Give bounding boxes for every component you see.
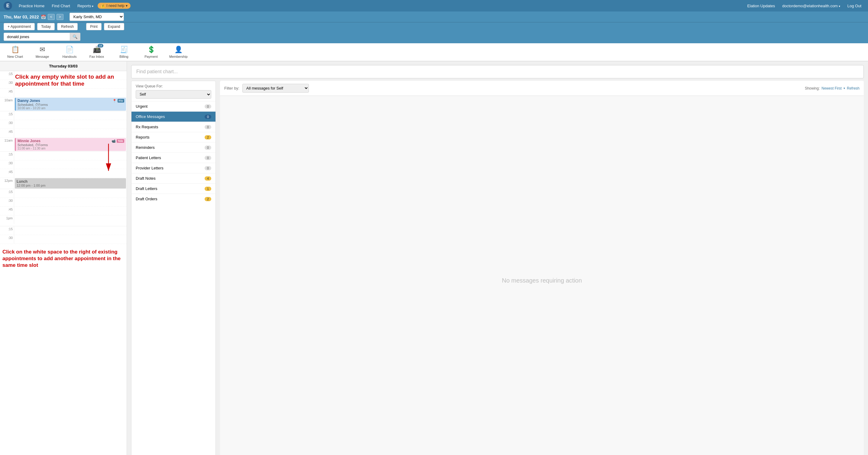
main-layout: Thursday 03/03 Click any empty white slo… <box>0 61 868 455</box>
queue-count-draft-orders: 2 <box>205 197 211 201</box>
queue-item-draft-orders[interactable]: Draft Orders 2 <box>131 194 216 204</box>
view-queue-label: View Queue For: <box>131 81 216 90</box>
nav-find-chart[interactable]: Find Chart <box>49 2 73 9</box>
prev-date-button[interactable]: < <box>48 14 55 20</box>
time-slot-1030[interactable]: :30 <box>0 120 127 129</box>
handouts-btn[interactable]: 📄 Handouts <box>60 46 79 58</box>
new-chart-btn[interactable]: 📋 New Chart <box>6 46 24 58</box>
date-navigation: Thu, Mar 03, 2022 📅 < > <box>4 14 63 20</box>
queue-item-draft-letters[interactable]: Draft Letters 1 <box>131 183 216 194</box>
calendar-time-grid: Click any empty white slot to add an app… <box>0 71 127 244</box>
time-slot-1pm[interactable]: 1pm <box>0 216 127 226</box>
time-slot-015[interactable]: :15 <box>0 71 127 80</box>
search-icon: 🔍 <box>72 34 78 39</box>
queue-count-draft-letters: 1 <box>205 187 211 191</box>
message-content-panel: Filter by: All messages for Self Showing… <box>220 81 864 455</box>
elation-updates-link[interactable]: Elation Updates <box>744 2 778 9</box>
time-slot-1145[interactable]: :45 <box>0 169 127 178</box>
fax-badge-count: 18 <box>98 44 103 48</box>
time-slot-12pm[interactable]: 12pm Lunch 12:00 pm - 1:00 pm <box>0 178 127 189</box>
appointment-danny-jones[interactable]: Danny Jones 📍 F/U Scheduled, ⏱Forms 10:0… <box>15 98 126 111</box>
time-slot-045[interactable]: :45 <box>0 89 127 97</box>
message-top-bar: Filter by: All messages for Self Showing… <box>220 81 864 96</box>
fax-inbox-btn[interactable]: 📠 18 Fax Inbox <box>88 46 106 58</box>
filter-by-label: Filter by: <box>224 86 239 90</box>
queue-item-rx-requests[interactable]: Rx Requests 0 <box>131 122 216 132</box>
calendar-icon[interactable]: 📅 <box>41 15 46 19</box>
right-panel: Find patient chart... View Queue For: Se… <box>127 61 868 455</box>
membership-icon: 👤 <box>175 46 183 54</box>
video-icon: 📹 <box>112 139 116 143</box>
today-button[interactable]: Today <box>37 23 55 30</box>
calendar-date-header: Thursday 03/03 <box>0 61 127 71</box>
showing-newest-first-link[interactable]: Newest First <box>822 86 842 90</box>
warning-icon: ⚠️ <box>101 4 105 8</box>
payment-btn[interactable]: 💲 Payment <box>142 46 160 58</box>
logout-button[interactable]: Log Out <box>844 2 864 9</box>
time-slot-1230[interactable]: :30 <box>0 198 127 207</box>
time-slot-1215[interactable]: :15 <box>0 189 127 198</box>
help-arrow-icon: ▾ <box>126 4 128 8</box>
appointment-time-pink: 11:00 am - 11:30 am <box>18 147 124 150</box>
location-pin-icon: 📍 <box>113 99 117 103</box>
queue-item-reports[interactable]: Reports 2 <box>131 132 216 142</box>
time-slot-1045[interactable]: :45 <box>0 129 127 138</box>
time-slot-030[interactable]: :30 <box>0 80 127 89</box>
queue-item-office-messages[interactable]: Office Messages 0 <box>131 111 216 122</box>
queue-count-provider-letters: 0 <box>205 166 211 170</box>
nav-reports[interactable]: Reports <box>74 2 96 9</box>
billing-btn[interactable]: 🧾 Billing <box>115 46 133 58</box>
add-appointment-button[interactable]: + Appointment <box>4 23 35 30</box>
queue-count-rx-requests: 0 <box>205 125 211 129</box>
appointment-detail: Scheduled, ⏱Forms <box>18 103 124 107</box>
provider-select[interactable]: Karly Smith, MD <box>69 13 124 21</box>
search-submit-button[interactable]: 🔍 <box>70 33 81 41</box>
patient-search-input[interactable] <box>4 33 70 41</box>
time-slot-1130[interactable]: :30 <box>0 160 127 169</box>
queue-item-draft-notes[interactable]: Draft Notes 4 <box>131 173 216 183</box>
queue-count-office-messages: 0 <box>205 115 211 119</box>
nav-practice-home[interactable]: Practice Home <box>16 2 48 9</box>
queue-item-urgent[interactable]: Urgent 0 <box>131 101 216 111</box>
billing-icon: 🧾 <box>120 46 128 54</box>
time-slot-1245[interactable]: :45 <box>0 207 127 216</box>
print-button[interactable]: Print <box>86 23 101 30</box>
help-button[interactable]: ⚠️ I need help ▾ <box>98 3 130 9</box>
refresh-messages-link[interactable]: Refresh <box>847 86 860 90</box>
time-slot-10am[interactable]: 10am Danny Jones 📍 F/U Scheduled, ⏱Forms… <box>0 97 127 111</box>
filter-select[interactable]: All messages for Self <box>242 84 309 92</box>
time-slot-11am[interactable]: 11am Minnie Jones 📹 Tele Scheduled, ⏱For… <box>0 138 127 151</box>
appointment-minnie-jones[interactable]: Minnie Jones 📹 Tele Scheduled, ⏱Forms 11… <box>15 138 126 151</box>
time-slot-1015[interactable]: :15 <box>0 111 127 120</box>
appointment-tag-fu: F/U <box>118 99 125 103</box>
membership-btn[interactable]: 👤 Membership <box>169 46 188 58</box>
calendar-actions-toolbar: + Appointment Today Refresh Print Expand <box>0 22 868 32</box>
queue-count-patient-letters: 0 <box>205 156 211 160</box>
message-btn[interactable]: ✉ Message <box>33 46 51 58</box>
search-row: 🔍 <box>0 32 868 43</box>
messages-area: View Queue For: Self Urgent 0 Office Mes… <box>127 81 868 455</box>
expand-button[interactable]: Expand <box>104 23 124 30</box>
top-navigation: E Practice Home Find Chart Reports ⚠️ I … <box>0 0 868 11</box>
lunch-block: Lunch 12:00 pm - 1:00 pm <box>15 178 126 189</box>
queue-item-provider-letters[interactable]: Provider Letters 0 <box>131 163 216 173</box>
message-icon: ✉ <box>39 46 45 54</box>
queue-item-reminders[interactable]: Reminders 0 <box>131 142 216 152</box>
next-date-button[interactable]: > <box>57 14 63 20</box>
no-messages-text: No messages requiring action <box>220 96 864 455</box>
queue-count-reports: 2 <box>205 135 211 139</box>
refresh-calendar-button[interactable]: Refresh <box>57 23 78 30</box>
calendar-panel: Thursday 03/03 Click any empty white slo… <box>0 61 127 455</box>
queue-item-patient-letters[interactable]: Patient Letters 0 <box>131 152 216 163</box>
calendar-toolbar: Thu, Mar 03, 2022 📅 < > Karly Smith, MD <box>0 11 868 22</box>
showing-label: Showing: <box>805 86 819 90</box>
queue-for-select[interactable]: Self <box>136 90 211 98</box>
time-slot-1115[interactable]: :15 <box>0 151 127 160</box>
user-menu[interactable]: doctordemo@elationhealth.com <box>779 2 843 9</box>
time-slot-115[interactable]: :15 <box>0 226 127 235</box>
annotation-add-parallel: Click on the white space to the right of… <box>0 244 127 271</box>
queue-count-draft-notes: 4 <box>205 176 211 180</box>
showing-arrow-icon: ▾ <box>843 87 845 90</box>
time-slot-130[interactable]: :30 <box>0 235 127 244</box>
find-patient-chart-input[interactable]: Find patient chart... <box>131 65 864 78</box>
